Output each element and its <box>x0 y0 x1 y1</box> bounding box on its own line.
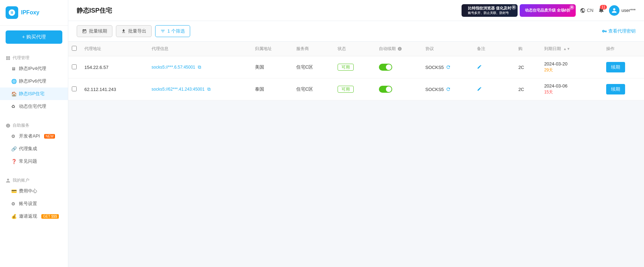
row1-copy-icon[interactable]: ⧉ <box>198 64 201 70</box>
row1-edit-icon[interactable] <box>477 64 482 69</box>
header-right: 比特指纹浏览器 值化及时 账号多开、防止关联、防封号 ✕ 动态住宅品质升级 全场… <box>462 4 636 17</box>
content-area: 代理地址 代理信息 归属地址 服务商 状态 <box>68 42 644 267</box>
row2-action: 续期 <box>603 78 644 100</box>
sidebar-item-static-isp[interactable]: 🏠 静态ISP住宅 <box>0 87 68 100</box>
row1-renew-button[interactable]: 续期 <box>606 62 625 72</box>
sidebar-item-invite[interactable]: 💰 邀请返现 GET $$$ <box>0 210 68 223</box>
row2-checkbox-cell <box>68 78 81 100</box>
table-header-row: 代理地址 代理信息 归属地址 服务商 状态 <box>68 42 644 56</box>
filter-button[interactable]: 1 个筛选 <box>155 25 190 37</box>
proxy-key-link[interactable]: 查看代理密钥 <box>602 28 636 34</box>
ad-banner-1[interactable]: 比特指纹浏览器 值化及时 账号多开、防止关联、防封号 ✕ <box>462 4 518 17</box>
sidebar-item-proxy-integ[interactable]: 🔗 代理集成 <box>0 142 68 155</box>
header-status: 状态 <box>334 42 375 56</box>
row1-location: 美国 <box>251 56 293 78</box>
api-icon: ⚙ <box>11 134 16 139</box>
page-title: 静态ISP住宅 <box>77 6 112 15</box>
proxy-table-wrapper: 代理地址 代理信息 归属地址 服务商 状态 <box>68 42 644 100</box>
row1-checkbox[interactable] <box>72 64 77 69</box>
row2-edit-icon[interactable] <box>477 86 482 91</box>
new-badge: NEW <box>44 134 55 139</box>
settings-icon: ⚙ <box>11 201 16 206</box>
toolbar: 批量续期 批量导出 1 个筛选 查看代理密钥 <box>68 21 644 42</box>
notification-badge: 11 <box>600 5 607 9</box>
proxy-table: 代理地址 代理信息 归属地址 服务商 状态 <box>68 42 644 100</box>
sidebar-item-account-settings[interactable]: ⚙ 账号设置 <box>0 197 68 210</box>
ad2-title: 动态住宅品质升级 全场8折 <box>525 8 570 13</box>
logo-icon <box>6 6 18 19</box>
sidebar-item-dev-api[interactable]: ⚙ 开发者API NEW <box>0 130 68 142</box>
row2-proxy-info: socks5://62***.41.243:45001 ⧉ <box>148 78 251 100</box>
ad-banner-2[interactable]: 动态住宅品质升级 全场8折 ✕ <box>520 4 576 17</box>
question-icon: ❓ <box>11 159 16 164</box>
row2-expire: 2024-03-06 15天 <box>541 78 603 100</box>
row1-checkbox-cell <box>68 56 81 78</box>
header-protocol: 协议 <box>422 42 474 56</box>
ad1-title: 比特指纹浏览器 值化及时 <box>468 6 511 11</box>
table-body: 154.22.6.57 socks5://***.6.57:45001 ⧉ 美国… <box>68 56 644 100</box>
ad2-close-icon[interactable]: ✕ <box>569 5 574 10</box>
batch-export-button[interactable]: 批量导出 <box>116 25 152 37</box>
notification-button[interactable]: 11 <box>598 6 605 14</box>
language-button[interactable]: CN <box>580 8 594 13</box>
globe-header-icon <box>580 8 586 13</box>
lang-label: CN <box>587 8 594 13</box>
sidebar-item-faq[interactable]: ❓ 常见问题 <box>0 155 68 168</box>
row2-toggle[interactable] <box>379 86 392 93</box>
username-label: user*** <box>622 8 636 13</box>
buy-proxy-button[interactable]: + 购买代理 <box>6 30 62 44</box>
nav-section-account: 我的账户 💳 费用中心 ⚙ 账号设置 💰 邀请返现 GET $$$ <box>0 171 68 226</box>
row2-quantity: 2C <box>515 78 541 100</box>
sidebar-item-static-ipv6[interactable]: 🌐 静态IPv6代理 <box>0 75 68 87</box>
row1-proxy-addr: 154.22.6.57 <box>81 56 148 78</box>
row2-copy-icon[interactable]: ⧉ <box>207 86 210 92</box>
row1-toggle[interactable] <box>379 64 392 71</box>
row1-protocol: SOCKS5 <box>422 56 474 78</box>
get-badge: GET $$$ <box>41 214 59 219</box>
calendar-icon <box>82 29 87 34</box>
globe-icon: 🌐 <box>11 79 16 84</box>
row2-expire-days: 15天 <box>544 89 599 95</box>
user-avatar-area[interactable]: user*** <box>609 5 636 16</box>
header: 静态ISP住宅 比特指纹浏览器 值化及时 账号多开、防止关联、防封号 ✕ 动态住… <box>68 0 644 21</box>
refresh-nav-icon: ♻ <box>11 104 16 109</box>
select-all-checkbox[interactable] <box>72 46 77 51</box>
ad1-close-icon[interactable]: ✕ <box>511 5 516 10</box>
sidebar-item-dynamic-res[interactable]: ♻ 动态住宅代理 <box>0 100 68 113</box>
sidebar-item-billing[interactable]: 💳 费用中心 <box>0 185 68 197</box>
batch-renew-button[interactable]: 批量续期 <box>77 25 112 37</box>
header-auto-expire: 自动续期 <box>375 42 422 56</box>
row1-quantity: 2C <box>515 56 541 78</box>
sidebar-item-static-ipv4[interactable]: 🖥 静态IPv4代理 <box>0 62 68 75</box>
main-content: 静态ISP住宅 比特指纹浏览器 值化及时 账号多开、防止关联、防封号 ✕ 动态住… <box>68 0 644 267</box>
row2-checkbox[interactable] <box>72 86 77 91</box>
link-icon: 🔗 <box>11 146 16 151</box>
logo-text: IPFoxy <box>21 9 39 16</box>
wallet-icon: 💳 <box>11 189 16 194</box>
row1-proxy-info: socks5://***.6.57:45001 ⧉ <box>148 56 251 78</box>
nav-section-title-account: 我的账户 <box>0 175 68 185</box>
row2-status: 可用 <box>334 78 375 100</box>
filter-icon <box>160 29 165 34</box>
row2-expire-date: 2024-03-06 <box>544 83 599 89</box>
header-action: 操作 <box>603 42 644 56</box>
nav-section-title-proxy: 代理管理 <box>0 52 68 62</box>
row2-protocol-refresh-icon[interactable] <box>446 87 451 92</box>
sidebar: IPFoxy + 购买代理 代理管理 🖥 静态IPv4代理 🌐 静态IPv6代理… <box>0 0 68 267</box>
header-expire-date: 到期日期 ▲▼ <box>541 42 603 56</box>
home-icon: 🏠 <box>11 91 16 96</box>
row2-server: 住宅C区 <box>293 78 334 100</box>
row1-proxy-info-link[interactable]: socks5://***.6.57:45001 <box>152 65 195 70</box>
table-row: 154.22.6.57 socks5://***.6.57:45001 ⧉ 美国… <box>68 56 644 78</box>
header-server: 服务商 <box>293 42 334 56</box>
row2-status-badge: 可用 <box>338 86 354 93</box>
export-icon <box>121 29 126 34</box>
row2-proxy-info-link[interactable]: socks5://62***.41.243:45001 <box>152 87 205 92</box>
row2-renew-button[interactable]: 续期 <box>606 84 625 94</box>
row2-auto-expire <box>375 78 422 100</box>
row1-status-badge: 可用 <box>338 64 354 71</box>
table-row: 62.112.141.243 socks5://62***.41.243:450… <box>68 78 644 100</box>
key-icon <box>602 29 607 34</box>
row1-protocol-refresh-icon[interactable] <box>446 65 451 70</box>
row2-note <box>473 78 515 100</box>
